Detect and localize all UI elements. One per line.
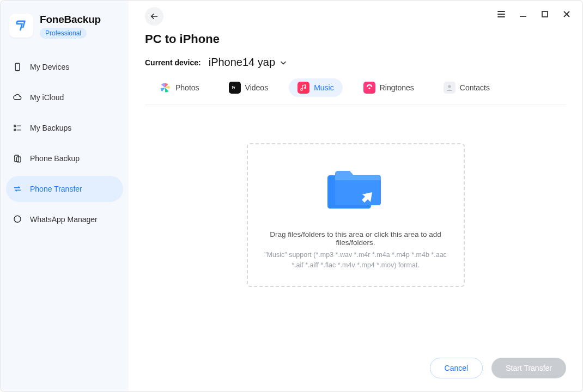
sidebar: FoneBackup Professional My Devices My iC… — [1, 1, 129, 391]
sidebar-item-label: My Backups — [30, 124, 71, 132]
list-icon — [13, 123, 22, 133]
window-controls — [496, 9, 572, 19]
svg-point-18 — [448, 85, 451, 88]
brand-title: FoneBackup — [40, 14, 101, 26]
tab-label: Contacts — [460, 83, 490, 92]
chevron-down-icon — [280, 59, 287, 66]
sidebar-item-phone-backup[interactable]: Phone Backup — [6, 145, 123, 171]
minimize-icon — [519, 10, 527, 19]
videos-icon: tv — [229, 82, 241, 94]
transfer-icon — [13, 184, 22, 194]
folder-icon — [259, 166, 453, 218]
svg-text:tv: tv — [232, 85, 235, 89]
close-icon — [562, 10, 571, 19]
page-title: PC to iPhone — [145, 32, 566, 46]
sidebar-nav: My Devices My iCloud My Backups Phone Ba… — [6, 54, 123, 232]
tab-label: Photos — [175, 83, 199, 92]
footer: Cancel Start Transfer — [145, 352, 566, 382]
maximize-icon — [541, 10, 549, 19]
brand-text: FoneBackup Professional — [40, 14, 101, 39]
tab-photos[interactable]: Photos — [150, 78, 208, 97]
device-selector[interactable]: iPhone14 yap — [209, 56, 287, 69]
music-icon — [297, 82, 309, 94]
tab-ringtones[interactable]: Ringtones — [355, 78, 423, 97]
maximize-button[interactable] — [540, 9, 550, 19]
svg-rect-10 — [542, 11, 548, 17]
tab-label: Videos — [245, 83, 269, 92]
brand-logo-icon — [9, 14, 33, 38]
sidebar-item-label: My Devices — [30, 63, 69, 71]
svg-rect-3 — [14, 129, 16, 131]
tab-contacts[interactable]: Contacts — [435, 78, 499, 97]
svg-point-8 — [14, 216, 21, 222]
tab-label: Music — [314, 83, 334, 92]
cloud-icon — [13, 93, 22, 102]
sidebar-item-my-icloud[interactable]: My iCloud — [6, 84, 123, 111]
svg-point-17 — [368, 88, 370, 89]
svg-rect-0 — [15, 63, 20, 71]
arrow-left-icon — [149, 11, 159, 21]
device-icon — [13, 62, 22, 72]
minimize-button[interactable] — [518, 9, 528, 19]
menu-icon — [497, 11, 505, 17]
sidebar-item-label: My iCloud — [30, 93, 64, 102]
main-content: PC to iPhone Current device: iPhone14 ya… — [129, 1, 582, 391]
device-name: iPhone14 yap — [209, 56, 275, 69]
brand: FoneBackup Professional — [6, 10, 123, 46]
contacts-icon — [444, 82, 456, 94]
sidebar-item-label: WhatsApp Manager — [30, 215, 98, 224]
cancel-button[interactable]: Cancel — [430, 358, 483, 378]
chat-icon — [13, 215, 22, 224]
back-button[interactable] — [145, 7, 163, 26]
tab-videos[interactable]: tv Videos — [220, 78, 277, 97]
sidebar-item-phone-transfer[interactable]: Phone Transfer — [6, 176, 123, 202]
dropzone[interactable]: Drag files/folders to this area or click… — [247, 143, 465, 287]
sidebar-item-my-backups[interactable]: My Backups — [6, 115, 123, 141]
ringtones-icon — [363, 82, 375, 94]
photos-icon — [159, 82, 171, 94]
app-window: FoneBackup Professional My Devices My iC… — [0, 0, 583, 392]
sidebar-item-whatsapp-manager[interactable]: WhatsApp Manager — [6, 206, 123, 232]
menu-button[interactable] — [496, 9, 506, 19]
dropzone-text: Drag files/folders to this area or click… — [259, 230, 453, 247]
sidebar-item-label: Phone Transfer — [30, 185, 82, 193]
svg-rect-2 — [14, 125, 16, 127]
start-transfer-button[interactable]: Start Transfer — [491, 358, 566, 378]
device-label: Current device: — [145, 58, 201, 67]
close-button[interactable] — [562, 9, 572, 19]
brand-badge: Professional — [40, 28, 87, 39]
tab-label: Ringtones — [380, 83, 414, 92]
svg-point-16 — [304, 87, 306, 89]
sidebar-item-my-devices[interactable]: My Devices — [6, 54, 123, 80]
sidebar-item-label: Phone Backup — [30, 154, 80, 163]
dropzone-support-text: "Music" support (*.mp3 *.wav *.m4r *.m4a… — [259, 250, 453, 271]
phone-backup-icon — [13, 154, 22, 163]
device-row: Current device: iPhone14 yap — [145, 56, 566, 69]
tab-music[interactable]: Music — [289, 78, 343, 97]
content-area: Drag files/folders to this area or click… — [145, 105, 566, 352]
category-tabs: Photos tv Videos Music Ringtones — [145, 76, 566, 105]
